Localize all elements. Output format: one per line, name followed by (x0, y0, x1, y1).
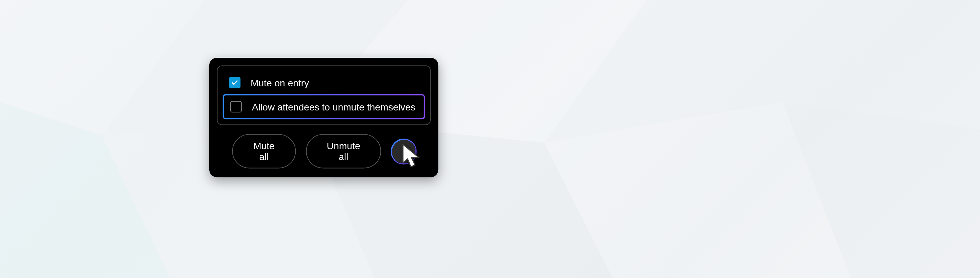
mute-on-entry-checkbox[interactable] (229, 77, 240, 88)
more-options-button[interactable] (391, 139, 415, 163)
action-buttons-row: Mute all Unmute all (217, 134, 430, 168)
unmute-all-button[interactable]: Unmute all (306, 134, 381, 168)
options-group: Mute on entry Allow attendees to unmute … (217, 65, 430, 125)
mute-on-entry-label: Mute on entry (251, 77, 309, 88)
mute-on-entry-option[interactable]: Mute on entry (223, 71, 425, 94)
vertical-dots-icon (402, 147, 404, 155)
background-pattern (0, 0, 980, 278)
allow-unmute-checkbox[interactable] (231, 101, 242, 112)
allow-unmute-option[interactable]: Allow attendees to unmute themselves (223, 94, 425, 120)
checkmark-icon (231, 79, 239, 86)
audio-controls-panel: Mute on entry Allow attendees to unmute … (209, 58, 438, 177)
allow-unmute-label: Allow attendees to unmute themselves (252, 101, 415, 112)
mute-all-button[interactable]: Mute all (232, 134, 296, 168)
